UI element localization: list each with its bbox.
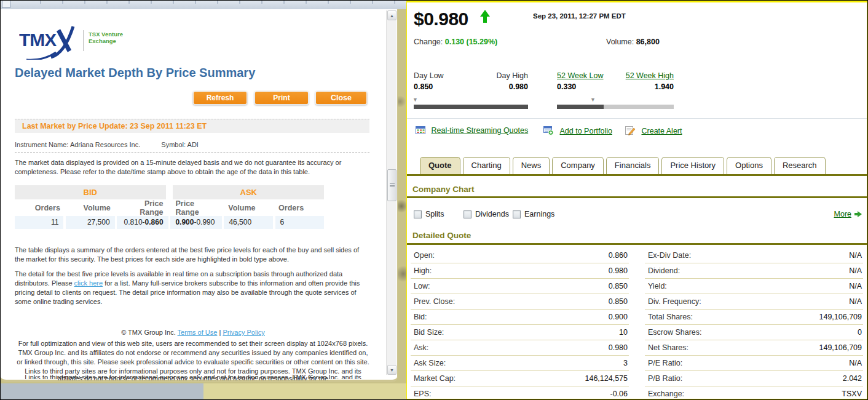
dq-row-ex-div: Ex-Div Date:N/A bbox=[645, 248, 863, 263]
splits-label: Splits bbox=[425, 210, 444, 218]
more-link-wrap[interactable]: More bbox=[834, 210, 862, 218]
ask-orders: 6 bbox=[275, 216, 324, 229]
privacy-policy-link[interactable]: Privacy Policy bbox=[223, 329, 264, 336]
dq-row-pb-ratio: P/B Ratio:2.042 bbox=[645, 371, 863, 386]
symbol-value: ADI bbox=[187, 141, 199, 148]
change-row: Change: 0.130 (15.29%) bbox=[414, 38, 497, 46]
change-label: Change: bbox=[414, 38, 443, 46]
52-week-low-value: 0.330 bbox=[557, 82, 576, 91]
more-link[interactable]: More bbox=[834, 210, 851, 218]
tab-price-history[interactable]: Price History bbox=[661, 157, 724, 174]
dq-row-div-frequency: Div. Frequency:N/A bbox=[645, 294, 863, 310]
day-low-label: Day Low bbox=[414, 71, 444, 80]
52-week-range-marker: ▼ bbox=[590, 97, 596, 103]
quote-panel: $0.980 Sep 23, 2011, 12:27 PM EDT Change… bbox=[407, 2, 867, 399]
tab-options[interactable]: Options bbox=[727, 157, 771, 174]
last-update-bar: Last Market by Price Update: 23 Sep 2011… bbox=[15, 119, 369, 133]
close-window-button[interactable]: Close Window bbox=[315, 91, 367, 105]
52-week-low-link[interactable]: 52 Week Low bbox=[557, 71, 604, 80]
earnings-label: Earnings bbox=[524, 210, 554, 218]
day-high-value: 0.980 bbox=[468, 82, 528, 91]
toolbar-ticks bbox=[19, 1, 400, 4]
quote-tabs: Quote Charting News Company Financials P… bbox=[420, 156, 828, 174]
page-title: Delayed Market Depth By Price Summary bbox=[15, 66, 255, 80]
52-week-range-fill bbox=[557, 105, 604, 109]
separator-line bbox=[407, 118, 867, 119]
scrollbar-grip bbox=[390, 183, 395, 187]
volume-row: Volume: 86,800 bbox=[606, 38, 660, 46]
day-low-value: 0.850 bbox=[414, 82, 433, 91]
col-orders-bid: Orders bbox=[15, 204, 65, 212]
dashed-separator bbox=[15, 152, 369, 153]
dq-row-market-cap: Market Cap:146,124,575 bbox=[411, 371, 629, 386]
footer-line-1: For full optimization and view of this w… bbox=[15, 339, 371, 348]
detailed-quote-left-column: Open:0.860 High:0.980 Low:0.850 Prev. Cl… bbox=[411, 248, 629, 400]
terms-of-use-link[interactable]: Terms of Use bbox=[178, 329, 218, 336]
col-orders-ask: Orders bbox=[274, 204, 324, 212]
print-button[interactable]: Print bbox=[254, 91, 309, 105]
company-chart-heading: Company Chart bbox=[412, 185, 475, 194]
tmx-logo: TMX TSX Venture Exchange bbox=[19, 25, 154, 62]
dq-row-ask: Ask:0.980 bbox=[411, 340, 629, 356]
click-here-link[interactable]: click here bbox=[74, 279, 103, 287]
depth-column-headers: Orders Volume Price Range Price Range Vo… bbox=[15, 199, 324, 216]
52-week-high-link[interactable]: 52 Week High bbox=[610, 71, 674, 80]
create-alert-action[interactable]: Create Alert bbox=[625, 126, 682, 137]
exchange-tooltip-term[interactable]: TSXV bbox=[842, 386, 862, 400]
popup-scrollbar[interactable]: ▲ ▼ bbox=[386, 10, 397, 375]
create-alert-link[interactable]: Create Alert bbox=[641, 127, 682, 135]
bid-volume: 27,500 bbox=[66, 216, 114, 229]
dq-row-dividend: Dividend:N/A bbox=[645, 263, 863, 279]
instrument-line: Instrument Name: Adriana Resources Inc. … bbox=[15, 141, 199, 148]
background-tan-area bbox=[203, 383, 406, 400]
detailed-quote-heading: Detailed Quote bbox=[412, 231, 471, 240]
dq-row-ask-size: Ask Size:3 bbox=[411, 356, 629, 371]
create-alert-icon bbox=[625, 126, 636, 135]
footer-line-2: TMX Group Inc. and its affiliates do not… bbox=[15, 348, 371, 367]
browser-button-remnant bbox=[2, 1, 10, 8]
dq-row-escrow-shares: Escrow Shares:0 bbox=[645, 325, 863, 340]
quote-datetime: Sep 23, 2011, 12:27 PM EDT bbox=[533, 12, 626, 20]
volume-label: Volume: bbox=[606, 38, 634, 46]
streaming-quotes-action[interactable]: Real-time Streaming Quotes bbox=[416, 126, 528, 137]
day-range-bar bbox=[414, 105, 528, 109]
symbol-label: Symbol: bbox=[161, 141, 186, 148]
logo-divider bbox=[83, 30, 84, 51]
scrollbar-thumb[interactable] bbox=[387, 169, 397, 201]
footer-copyright-line: © TMX Group Inc. Terms of Use | Privacy … bbox=[15, 328, 371, 337]
dq-row-net-shares: Net Shares:149,106,709 bbox=[645, 340, 863, 356]
dq-row-bid: Bid:0.900 bbox=[411, 310, 629, 325]
add-to-portfolio-link[interactable]: Add to Portfolio bbox=[559, 127, 612, 135]
day-range-marker: ▼ bbox=[412, 97, 418, 103]
streaming-quotes-link[interactable]: Real-time Streaming Quotes bbox=[431, 126, 528, 135]
ask-volume: 46,500 bbox=[224, 216, 272, 229]
market-depth-popup-window: TMX TSX Venture Exchange Delayed Market … bbox=[1, 9, 398, 382]
earnings-checkbox[interactable] bbox=[513, 210, 521, 218]
add-to-portfolio-action[interactable]: Add to Portfolio bbox=[543, 126, 612, 137]
col-volume-bid: Volume bbox=[65, 204, 116, 212]
refresh-button[interactable]: Refresh bbox=[193, 91, 247, 105]
summary-paragraph: The table displays a summary of the orde… bbox=[15, 246, 362, 264]
tab-financials[interactable]: Financials bbox=[606, 157, 660, 174]
footer-clipped-last-line: affiliates do not endorse or recommend a… bbox=[15, 375, 371, 380]
tab-underline-bar bbox=[407, 174, 867, 176]
dq-row-eps: EPS:-0.06 bbox=[411, 386, 629, 400]
tab-charting[interactable]: Charting bbox=[463, 157, 510, 174]
tab-news[interactable]: News bbox=[513, 157, 550, 174]
volume-value: 86,800 bbox=[636, 38, 660, 46]
ask-header: ASK bbox=[173, 185, 324, 199]
splits-checkbox[interactable] bbox=[414, 210, 422, 218]
detail-paragraph: The detail for the best five price level… bbox=[15, 270, 362, 306]
tab-company[interactable]: Company bbox=[552, 157, 604, 174]
scroll-down-button[interactable]: ▼ bbox=[387, 365, 397, 375]
dq-row-pe-ratio: P/E Ratio:N/A bbox=[645, 356, 863, 371]
dividends-checkbox[interactable] bbox=[464, 210, 471, 218]
scroll-up-button[interactable]: ▲ bbox=[387, 10, 397, 20]
dq-row-open: Open:0.860 bbox=[411, 248, 629, 263]
tmx-logo-text: TMX bbox=[19, 30, 57, 50]
dq-row-low: Low:0.850 bbox=[411, 279, 629, 294]
tab-quote[interactable]: Quote bbox=[420, 157, 460, 174]
day-high-label: Day High bbox=[468, 71, 528, 80]
last-price: $0.980 bbox=[414, 9, 468, 30]
tab-research[interactable]: Research bbox=[774, 157, 826, 174]
